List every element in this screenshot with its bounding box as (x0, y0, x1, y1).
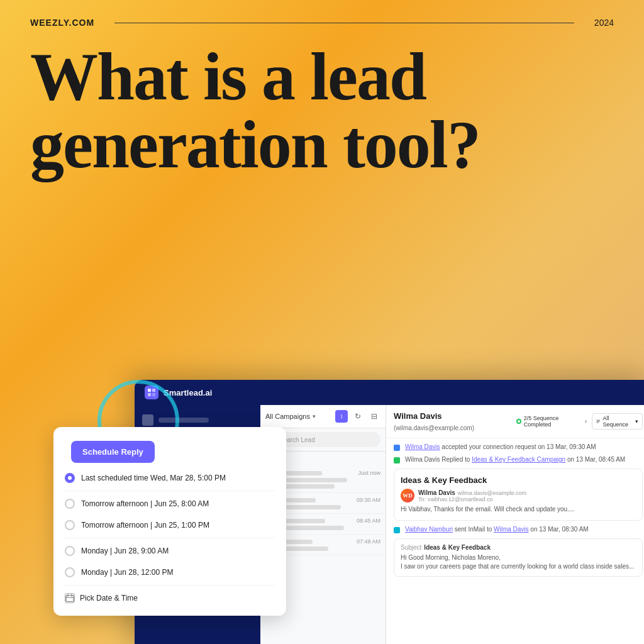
pick-date-label: Pick Date & Time (80, 594, 138, 602)
activity-item-2: Wilma Davis Replied to Ideas & Key Feedb… (394, 456, 643, 464)
header-divider (114, 23, 574, 23)
email-meta: WD Wilma Davis wilma.davis@example.com T… (401, 489, 636, 502)
lead-time-2: 09:30 AM (357, 497, 380, 503)
radio-option-4[interactable] (65, 546, 75, 556)
radio-option-2[interactable] (65, 499, 75, 509)
svg-rect-7 (66, 596, 74, 602)
page-background: WEEZLY.COM 2024 What is a lead generatio… (0, 0, 644, 644)
schedule-option-label-3: Tomorrow afternoon | Jun 25, 1:00 PM (81, 521, 209, 530)
inmail-subject: Ideas & Key Feedback (424, 544, 491, 551)
chevron-down-icon: ▾ (313, 413, 316, 419)
radio-option-5[interactable] (65, 567, 75, 577)
refresh-icon[interactable]: ↻ (352, 410, 364, 423)
radio-inner-1 (68, 476, 72, 480)
inmail-subject-row: Subject Ideas & Key Feedback (401, 544, 636, 551)
lead-time-4: 07:48 AM (357, 538, 380, 545)
schedule-option-5[interactable]: Monday | Jun 28, 12:00 PM (62, 562, 277, 582)
email-sender-addr: wilma.davis@example.com (458, 490, 526, 496)
activity-text-2: Wilma Davis Replied to Ideas & Key Feedb… (405, 456, 625, 463)
lead-time-3: 08:45 AM (357, 518, 380, 524)
sequence-badge[interactable]: 2/5 Sequence Completed › (516, 415, 587, 428)
filter-bar: All Campaigns ▾ 1 ↻ ⊟ (260, 405, 386, 428)
divider-1 (65, 491, 275, 491)
activity-text-3: Vaibhav Namburi sent InMail to Wilma Dav… (405, 526, 589, 533)
activity-dot-1 (394, 445, 400, 451)
schedule-option-1[interactable]: Last scheduled time Wed, Mar 28, 5:00 PM (62, 468, 277, 488)
schedule-option-4[interactable]: Monday | Jun 28, 9:00 AM (62, 541, 277, 561)
email-card-title: Ideas & Key Feedback (401, 475, 636, 485)
email-to-addr: vaibhav.12@smartlead.co (428, 496, 493, 502)
subject-label: Subject (401, 544, 421, 551)
email-card-1: Ideas & Key Feedback WD Wilma Davis wilm… (394, 469, 643, 521)
campaign-link[interactable]: Ideas & Key Feedback Campaign (472, 456, 565, 463)
all-seq-chevron: ▾ (635, 418, 638, 425)
activity-link-wilma[interactable]: Wilma Davis (405, 443, 440, 450)
avatar-initials: WD (402, 492, 413, 499)
activity-text-1: Wilma Davis accepted your connection req… (405, 443, 596, 450)
contact-email: (wilma.davis@example.com) (394, 425, 474, 431)
calendar-icon (65, 593, 75, 603)
content-panel: Wilma Davis (wilma.davis@example.com) 2/… (386, 405, 644, 644)
sequence-progress-dot (516, 419, 521, 424)
brand-label: WEEZLY.COM (30, 18, 94, 28)
wilma-link-2[interactable]: Wilma Davis (494, 526, 529, 533)
schedule-reply-overlay: Schedule Reply Last scheduled time Wed, … (53, 427, 286, 616)
divider-3 (65, 585, 275, 586)
email-sender-name: Wilma Davis (418, 489, 455, 496)
contact-header: Wilma Davis (wilma.davis@example.com) 2/… (386, 405, 644, 438)
radio-option-1[interactable] (65, 473, 75, 483)
schedule-option-2[interactable]: Tomorrow afternoon | Jun 25, 8:00 AM (62, 494, 277, 514)
all-sequence-button[interactable]: All Sequence ▾ (592, 413, 643, 430)
activity-item-1: Wilma Davis accepted your connection req… (394, 443, 643, 451)
all-sequence-label: All Sequence (602, 415, 633, 428)
schedule-option-label-4: Monday | Jun 28, 9:00 AM (81, 547, 169, 555)
year-label: 2024 (594, 18, 614, 28)
schedule-option-label-1: Last scheduled time Wed, Mar 28, 5:00 PM (81, 474, 226, 482)
email-to-label: To: (418, 496, 426, 502)
vaibhav-link[interactable]: Vaibhav Namburi (405, 526, 453, 533)
activity-dot-2 (394, 457, 400, 464)
filter-icons: 1 ↻ ⊟ (335, 410, 380, 423)
radio-option-3[interactable] (65, 520, 75, 530)
inmail-card: Subject Ideas & Key Feedback Hi Good Mor… (394, 538, 643, 577)
hero-title: What is a lead generation tool? (0, 28, 644, 179)
schedule-option-3[interactable]: Tomorrow afternoon | Jun 25, 1:00 PM (62, 515, 277, 535)
email-body-1: Hi Vaibhav, Thanks for the email. Will c… (401, 505, 636, 514)
filter-label[interactable]: All Campaigns (265, 413, 310, 420)
sequence-chevron: › (585, 418, 587, 425)
email-thread: Wilma Davis accepted your connection req… (386, 438, 644, 644)
funnel-icon[interactable]: ⊟ (368, 410, 380, 423)
sequence-text: 2/5 Sequence Completed (524, 415, 582, 428)
schedule-reply-button[interactable]: Schedule Reply (71, 441, 155, 463)
divider-2 (65, 538, 275, 538)
contact-name: Wilma Davis (394, 411, 441, 421)
schedule-option-label-2: Tomorrow afternoon | Jun 25, 8:00 AM (81, 499, 209, 508)
pick-date-row[interactable]: Pick Date & Time (62, 588, 277, 608)
activity-dot-3 (394, 527, 400, 533)
sender-avatar: WD (401, 489, 414, 502)
email-to-row: To: vaibhav.12@smartlead.co (418, 496, 526, 502)
schedule-option-label-5: Monday | Jun 28, 12:00 PM (81, 568, 174, 577)
header: WEEZLY.COM 2024 (0, 0, 644, 28)
filter-count-badge[interactable]: 1 (335, 410, 348, 423)
schedule-options-list: Last scheduled time Wed, Mar 28, 5:00 PM… (53, 465, 286, 616)
lead-time-1: Just now (358, 470, 380, 476)
inmail-body: Hi Good Morning, Nicholas Moreno, I saw … (401, 553, 636, 571)
activity-item-3: Vaibhav Namburi sent InMail to Wilma Dav… (394, 526, 643, 533)
app-topbar: Smartlead.ai (135, 380, 644, 405)
